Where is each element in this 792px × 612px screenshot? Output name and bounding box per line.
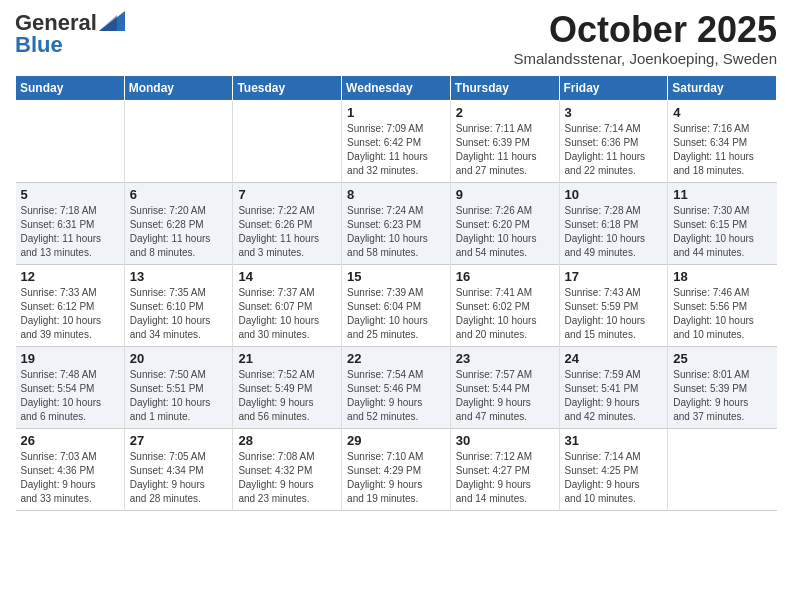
calendar-week-4: 19Sunrise: 7:48 AM Sunset: 5:54 PM Dayli… (16, 346, 777, 428)
day-info: Sunrise: 7:59 AM Sunset: 5:41 PM Dayligh… (565, 368, 663, 424)
day-info: Sunrise: 7:41 AM Sunset: 6:02 PM Dayligh… (456, 286, 554, 342)
day-number: 10 (565, 187, 663, 202)
day-number: 24 (565, 351, 663, 366)
day-number: 18 (673, 269, 771, 284)
day-info: Sunrise: 7:37 AM Sunset: 6:07 PM Dayligh… (238, 286, 336, 342)
calendar-cell: 11Sunrise: 7:30 AM Sunset: 6:15 PM Dayli… (668, 182, 777, 264)
month-title: October 2025 (513, 10, 777, 50)
calendar-week-1: 1Sunrise: 7:09 AM Sunset: 6:42 PM Daylig… (16, 100, 777, 182)
calendar-cell: 16Sunrise: 7:41 AM Sunset: 6:02 PM Dayli… (450, 264, 559, 346)
day-info: Sunrise: 7:16 AM Sunset: 6:34 PM Dayligh… (673, 122, 771, 178)
col-header-thursday: Thursday (450, 75, 559, 100)
day-number: 14 (238, 269, 336, 284)
calendar-header-row: SundayMondayTuesdayWednesdayThursdayFrid… (16, 75, 777, 100)
day-info: Sunrise: 7:50 AM Sunset: 5:51 PM Dayligh… (130, 368, 228, 424)
day-info: Sunrise: 7:54 AM Sunset: 5:46 PM Dayligh… (347, 368, 445, 424)
day-info: Sunrise: 7:18 AM Sunset: 6:31 PM Dayligh… (21, 204, 119, 260)
day-info: Sunrise: 7:39 AM Sunset: 6:04 PM Dayligh… (347, 286, 445, 342)
day-number: 8 (347, 187, 445, 202)
day-number: 25 (673, 351, 771, 366)
logo: General Blue (15, 10, 125, 58)
day-info: Sunrise: 7:08 AM Sunset: 4:32 PM Dayligh… (238, 450, 336, 506)
calendar-cell: 31Sunrise: 7:14 AM Sunset: 4:25 PM Dayli… (559, 428, 668, 510)
day-info: Sunrise: 7:14 AM Sunset: 6:36 PM Dayligh… (565, 122, 663, 178)
svg-marker-1 (99, 15, 117, 31)
day-info: Sunrise: 7:48 AM Sunset: 5:54 PM Dayligh… (21, 368, 119, 424)
day-info: Sunrise: 7:09 AM Sunset: 6:42 PM Dayligh… (347, 122, 445, 178)
calendar-cell: 29Sunrise: 7:10 AM Sunset: 4:29 PM Dayli… (342, 428, 451, 510)
calendar-week-5: 26Sunrise: 7:03 AM Sunset: 4:36 PM Dayli… (16, 428, 777, 510)
day-number: 20 (130, 351, 228, 366)
calendar-week-2: 5Sunrise: 7:18 AM Sunset: 6:31 PM Daylig… (16, 182, 777, 264)
day-number: 13 (130, 269, 228, 284)
day-number: 15 (347, 269, 445, 284)
calendar-cell (668, 428, 777, 510)
col-header-saturday: Saturday (668, 75, 777, 100)
title-block: October 2025 Smalandsstenar, Joenkoeping… (513, 10, 777, 67)
main-container: General Blue October 2025 Smalandsstenar… (0, 0, 792, 521)
calendar-cell: 10Sunrise: 7:28 AM Sunset: 6:18 PM Dayli… (559, 182, 668, 264)
day-info: Sunrise: 7:46 AM Sunset: 5:56 PM Dayligh… (673, 286, 771, 342)
day-number: 30 (456, 433, 554, 448)
calendar-cell: 23Sunrise: 7:57 AM Sunset: 5:44 PM Dayli… (450, 346, 559, 428)
day-info: Sunrise: 7:05 AM Sunset: 4:34 PM Dayligh… (130, 450, 228, 506)
calendar-table: SundayMondayTuesdayWednesdayThursdayFrid… (15, 75, 777, 511)
calendar-cell: 3Sunrise: 7:14 AM Sunset: 6:36 PM Daylig… (559, 100, 668, 182)
logo-bird-icon (99, 11, 125, 31)
calendar-cell: 27Sunrise: 7:05 AM Sunset: 4:34 PM Dayli… (124, 428, 233, 510)
calendar-cell: 13Sunrise: 7:35 AM Sunset: 6:10 PM Dayli… (124, 264, 233, 346)
calendar-body: 1Sunrise: 7:09 AM Sunset: 6:42 PM Daylig… (16, 100, 777, 510)
day-info: Sunrise: 7:24 AM Sunset: 6:23 PM Dayligh… (347, 204, 445, 260)
day-number: 16 (456, 269, 554, 284)
day-number: 22 (347, 351, 445, 366)
day-number: 9 (456, 187, 554, 202)
day-number: 4 (673, 105, 771, 120)
day-info: Sunrise: 7:11 AM Sunset: 6:39 PM Dayligh… (456, 122, 554, 178)
day-number: 2 (456, 105, 554, 120)
day-number: 12 (21, 269, 119, 284)
day-number: 28 (238, 433, 336, 448)
calendar-cell: 25Sunrise: 8:01 AM Sunset: 5:39 PM Dayli… (668, 346, 777, 428)
day-info: Sunrise: 7:52 AM Sunset: 5:49 PM Dayligh… (238, 368, 336, 424)
header: General Blue October 2025 Smalandsstenar… (15, 10, 777, 67)
calendar-cell: 24Sunrise: 7:59 AM Sunset: 5:41 PM Dayli… (559, 346, 668, 428)
calendar-cell (233, 100, 342, 182)
calendar-cell: 15Sunrise: 7:39 AM Sunset: 6:04 PM Dayli… (342, 264, 451, 346)
day-number: 3 (565, 105, 663, 120)
day-number: 21 (238, 351, 336, 366)
day-number: 19 (21, 351, 119, 366)
col-header-wednesday: Wednesday (342, 75, 451, 100)
day-number: 23 (456, 351, 554, 366)
day-info: Sunrise: 7:12 AM Sunset: 4:27 PM Dayligh… (456, 450, 554, 506)
day-info: Sunrise: 7:35 AM Sunset: 6:10 PM Dayligh… (130, 286, 228, 342)
col-header-monday: Monday (124, 75, 233, 100)
location: Smalandsstenar, Joenkoeping, Sweden (513, 50, 777, 67)
day-info: Sunrise: 7:22 AM Sunset: 6:26 PM Dayligh… (238, 204, 336, 260)
calendar-cell: 8Sunrise: 7:24 AM Sunset: 6:23 PM Daylig… (342, 182, 451, 264)
calendar-cell: 9Sunrise: 7:26 AM Sunset: 6:20 PM Daylig… (450, 182, 559, 264)
calendar-cell: 5Sunrise: 7:18 AM Sunset: 6:31 PM Daylig… (16, 182, 125, 264)
calendar-cell: 12Sunrise: 7:33 AM Sunset: 6:12 PM Dayli… (16, 264, 125, 346)
calendar-cell: 22Sunrise: 7:54 AM Sunset: 5:46 PM Dayli… (342, 346, 451, 428)
calendar-cell: 18Sunrise: 7:46 AM Sunset: 5:56 PM Dayli… (668, 264, 777, 346)
day-number: 31 (565, 433, 663, 448)
logo-blue: Blue (15, 32, 63, 58)
day-info: Sunrise: 7:14 AM Sunset: 4:25 PM Dayligh… (565, 450, 663, 506)
calendar-cell: 19Sunrise: 7:48 AM Sunset: 5:54 PM Dayli… (16, 346, 125, 428)
day-info: Sunrise: 7:10 AM Sunset: 4:29 PM Dayligh… (347, 450, 445, 506)
calendar-cell: 14Sunrise: 7:37 AM Sunset: 6:07 PM Dayli… (233, 264, 342, 346)
day-info: Sunrise: 7:20 AM Sunset: 6:28 PM Dayligh… (130, 204, 228, 260)
calendar-week-3: 12Sunrise: 7:33 AM Sunset: 6:12 PM Dayli… (16, 264, 777, 346)
day-number: 26 (21, 433, 119, 448)
day-info: Sunrise: 7:43 AM Sunset: 5:59 PM Dayligh… (565, 286, 663, 342)
col-header-tuesday: Tuesday (233, 75, 342, 100)
day-number: 17 (565, 269, 663, 284)
day-number: 7 (238, 187, 336, 202)
day-number: 11 (673, 187, 771, 202)
day-info: Sunrise: 7:03 AM Sunset: 4:36 PM Dayligh… (21, 450, 119, 506)
day-info: Sunrise: 8:01 AM Sunset: 5:39 PM Dayligh… (673, 368, 771, 424)
day-number: 5 (21, 187, 119, 202)
day-number: 27 (130, 433, 228, 448)
calendar-cell: 17Sunrise: 7:43 AM Sunset: 5:59 PM Dayli… (559, 264, 668, 346)
calendar-cell: 4Sunrise: 7:16 AM Sunset: 6:34 PM Daylig… (668, 100, 777, 182)
